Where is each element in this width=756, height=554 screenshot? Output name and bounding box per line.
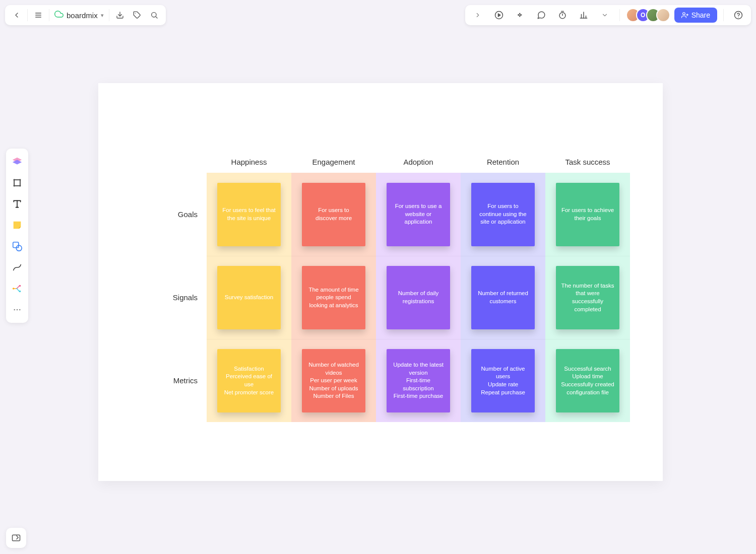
sticky-note[interactable]: For users to continue using the site or … <box>471 183 535 246</box>
mindmap-tool[interactable] <box>8 280 26 298</box>
left-toolbar <box>6 149 28 323</box>
templates-tool[interactable] <box>8 153 26 171</box>
matrix-cell: Survey satisfaction <box>207 256 291 339</box>
sticky-note[interactable]: SatisfactionPerceived ease of useNet pro… <box>217 349 281 412</box>
sticky-note[interactable]: The amount of time people spend looking … <box>302 266 365 329</box>
sticky-note[interactable]: For users to discover more <box>302 183 365 246</box>
column-header: Task success <box>545 158 630 166</box>
heart-matrix: Happiness Engagement Adoption Retention … <box>146 154 630 422</box>
collaborator-avatars[interactable]: O <box>626 8 670 22</box>
chevron-down-icon: ▾ <box>101 12 104 19</box>
separator <box>723 9 724 21</box>
sticky-note[interactable]: For users to feel that the site is uniqu… <box>217 183 281 246</box>
sticky-note[interactable]: Number of returned customers <box>471 266 535 329</box>
column-header: Retention <box>461 158 545 166</box>
matrix-cell: For users to use a website or applicatio… <box>376 173 461 256</box>
share-label: Share <box>691 11 710 19</box>
search-button[interactable] <box>146 7 163 24</box>
menu-button[interactable] <box>30 7 47 24</box>
row-header: Metrics <box>146 339 207 422</box>
back-button[interactable] <box>8 7 25 24</box>
matrix-row: Metrics SatisfactionPerceived ease of us… <box>146 339 630 422</box>
matrix-cell: Number of returned customers <box>461 256 545 339</box>
sticky-note[interactable]: Number of watched videosPer user per wee… <box>302 349 365 412</box>
cloud-sync-icon <box>54 10 64 21</box>
svg-point-31 <box>16 245 22 251</box>
row-header: Goals <box>146 173 207 256</box>
text-tool[interactable] <box>8 195 26 213</box>
connector-tool[interactable] <box>8 258 26 276</box>
top-bar: boardmix ▾ <box>5 5 751 25</box>
svg-rect-38 <box>13 535 20 541</box>
matrix-row: Goals For users to feel that the site is… <box>146 173 630 256</box>
more-tools-button[interactable] <box>596 7 613 24</box>
more-tools[interactable] <box>8 301 26 319</box>
minimap-button[interactable] <box>6 528 26 548</box>
matrix-cell: The amount of time people spend looking … <box>291 256 376 339</box>
separator <box>27 9 28 21</box>
frame-tool[interactable] <box>8 174 26 192</box>
shape-tool[interactable] <box>8 237 26 255</box>
matrix-row: Signals Survey satisfaction The amount o… <box>146 256 630 339</box>
svg-line-6 <box>156 17 157 18</box>
svg-rect-30 <box>13 242 19 248</box>
top-left-group: boardmix ▾ <box>5 5 166 25</box>
download-button[interactable] <box>111 7 129 24</box>
sticky-note[interactable]: Successful searchUpload timeSuccessfully… <box>556 349 619 412</box>
svg-marker-22 <box>13 160 22 164</box>
tag-button[interactable] <box>129 7 146 24</box>
svg-marker-8 <box>498 14 500 17</box>
matrix-cell: Number of active usersUpdate rateRepeat … <box>461 339 545 422</box>
timer-button[interactable] <box>554 7 571 24</box>
sticky-note[interactable]: For users to achieve their goals <box>556 183 619 246</box>
svg-point-36 <box>17 309 18 311</box>
matrix-cell: The number of tasks that were successful… <box>545 256 630 339</box>
matrix-cell: Number of daily registrations <box>376 256 461 339</box>
sticky-note[interactable]: Survey satisfaction <box>217 266 281 329</box>
play-button[interactable] <box>490 7 508 24</box>
matrix-cell: SatisfactionPerceived ease of useNet pro… <box>207 339 291 422</box>
column-header: Adoption <box>376 158 461 166</box>
matrix-cell: Update to the latest versionFirst-time s… <box>376 339 461 422</box>
matrix-cell: For users to continue using the site or … <box>461 173 545 256</box>
matrix-cell: For users to feel that the site is uniqu… <box>207 173 291 256</box>
separator <box>109 9 109 21</box>
sparkle-button[interactable] <box>512 7 529 24</box>
separator <box>49 9 49 21</box>
document-title-group[interactable]: boardmix ▾ <box>51 10 107 21</box>
row-header: Signals <box>146 256 207 339</box>
canvas-board[interactable]: Happiness Engagement Adoption Retention … <box>98 83 663 481</box>
svg-point-5 <box>151 13 156 17</box>
sticky-note[interactable]: The number of tasks that were successful… <box>556 266 619 329</box>
svg-point-35 <box>14 309 15 311</box>
sticky-note[interactable]: Update to the latest versionFirst-time s… <box>387 349 450 412</box>
svg-point-34 <box>19 291 21 293</box>
matrix-cell: Number of watched videosPer user per wee… <box>291 339 376 422</box>
document-title: boardmix <box>67 11 98 20</box>
sticky-note[interactable]: Number of active usersUpdate rateRepeat … <box>471 349 535 412</box>
sticky-note[interactable]: For users to use a website or applicatio… <box>387 183 450 246</box>
help-button[interactable] <box>730 7 747 24</box>
sticky-note-tool[interactable] <box>8 216 26 234</box>
comment-button[interactable] <box>533 7 550 24</box>
svg-point-16 <box>682 13 685 15</box>
column-headers: Happiness Engagement Adoption Retention … <box>146 154 630 170</box>
top-right-group: O Share <box>465 5 751 25</box>
separator <box>619 9 620 21</box>
share-button[interactable]: Share <box>674 8 717 23</box>
column-header: Engagement <box>291 158 376 166</box>
svg-point-37 <box>19 309 21 311</box>
avatar[interactable] <box>656 8 670 22</box>
column-header: Happiness <box>207 158 291 166</box>
svg-point-33 <box>19 285 21 287</box>
svg-point-32 <box>13 288 15 290</box>
chevron-right-button[interactable] <box>469 7 486 24</box>
matrix-cell: Successful searchUpload timeSuccessfully… <box>545 339 630 422</box>
svg-rect-23 <box>14 180 20 186</box>
matrix-cell: For users to achieve their goals <box>545 173 630 256</box>
chart-button[interactable] <box>575 7 592 24</box>
matrix-cell: For users to discover more <box>291 173 376 256</box>
sticky-note[interactable]: Number of daily registrations <box>387 266 450 329</box>
